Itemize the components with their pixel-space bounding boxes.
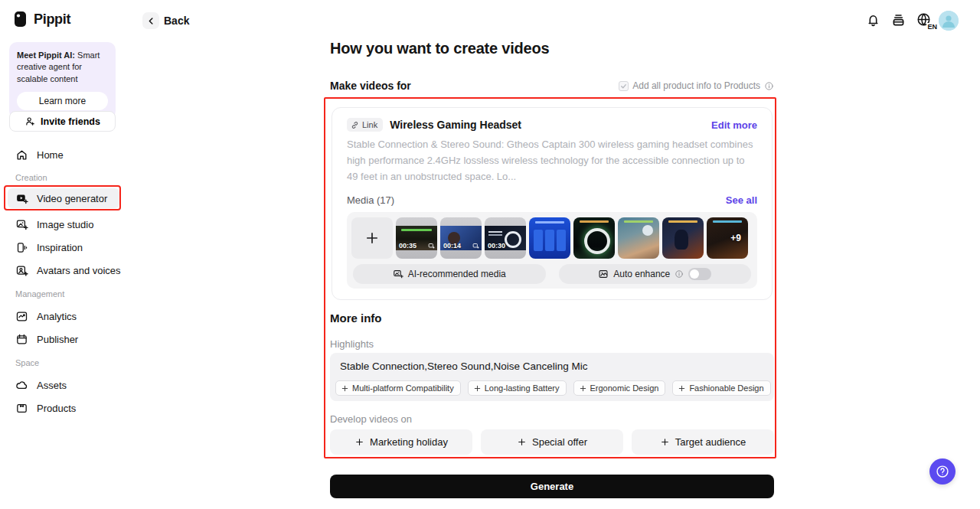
video-duration: 00:14 bbox=[443, 242, 461, 250]
bell-icon bbox=[865, 12, 882, 28]
language-code: EN bbox=[926, 23, 937, 31]
sidebar-item-label: Products bbox=[37, 403, 76, 414]
sidebar-item-video-generator[interactable]: Video generator bbox=[8, 188, 119, 208]
print-orders-button[interactable] bbox=[890, 12, 907, 29]
cloud-icon bbox=[15, 379, 28, 392]
help-button[interactable] bbox=[929, 458, 956, 485]
highlight-tag-chip[interactable]: Fashionable Design bbox=[672, 380, 770, 396]
auto-enhance-toggle[interactable] bbox=[688, 268, 711, 280]
target-audience-button[interactable]: Target audience bbox=[632, 429, 774, 455]
sidebar-item-inspiration[interactable]: Inspiration bbox=[9, 237, 121, 257]
plus-icon bbox=[579, 384, 587, 393]
sidebar-item-avatars-and-voices[interactable]: Avatars and voices bbox=[9, 260, 121, 280]
plus-icon bbox=[678, 384, 686, 393]
learn-more-button[interactable]: Learn more bbox=[17, 92, 108, 110]
add-media-button[interactable] bbox=[351, 217, 393, 259]
marketing-holiday-button[interactable]: Marketing holiday bbox=[330, 429, 472, 455]
media-thumb-video-1[interactable]: 00:35 bbox=[396, 217, 437, 259]
analytics-icon bbox=[15, 310, 28, 323]
sidebar-item-assets[interactable]: Assets bbox=[9, 375, 121, 395]
promo-text-bold: Meet Pippit AI: bbox=[17, 51, 75, 60]
product-card: Link Wireless Gaming Headset Edit more S… bbox=[332, 107, 773, 300]
edit-more-link[interactable]: Edit more bbox=[711, 119, 757, 131]
language-button[interactable]: EN bbox=[916, 11, 936, 30]
media-thumb-video-2[interactable]: 00:14 bbox=[440, 217, 482, 259]
image-studio-icon bbox=[15, 218, 28, 231]
section-label-management: Management bbox=[15, 289, 64, 299]
avatar[interactable] bbox=[939, 11, 959, 31]
develop-videos-on-label: Develop videos on bbox=[330, 413, 412, 425]
promo-banner: Meet Pippit AI: Smart creative agent for… bbox=[9, 42, 116, 119]
add-all-product-info-checkbox-row[interactable]: Add all product info to Products bbox=[619, 80, 774, 91]
image-ai-icon bbox=[393, 269, 403, 279]
box-icon bbox=[15, 402, 28, 415]
sidebar-item-label: Image studio bbox=[37, 219, 93, 230]
tag-label: Fashionable Design bbox=[689, 383, 763, 393]
develop-option-label: Marketing holiday bbox=[370, 436, 448, 448]
plus-icon bbox=[341, 384, 349, 393]
product-description: Stable Connection & Stereo Sound: Gtheos… bbox=[347, 137, 757, 184]
highlights-label: Highlights bbox=[330, 338, 374, 350]
ai-edit-badge-icon bbox=[472, 243, 479, 250]
sidebar-item-analytics[interactable]: Analytics bbox=[9, 306, 121, 326]
sidebar-item-label: Assets bbox=[37, 380, 67, 391]
media-thumb-more[interactable]: +9 bbox=[707, 217, 748, 259]
brand-logo[interactable]: Pippit bbox=[14, 11, 70, 28]
generate-button[interactable]: Generate bbox=[330, 475, 774, 498]
highlight-tag-chip[interactable]: Ergonomic Design bbox=[573, 380, 666, 396]
sidebar-item-label: Avatars and voices bbox=[37, 265, 121, 276]
link-badge-label: Link bbox=[362, 120, 377, 129]
develop-option-label: Target audience bbox=[675, 436, 746, 448]
info-icon bbox=[675, 269, 684, 279]
media-thumb-image-3[interactable] bbox=[618, 217, 659, 259]
tag-label: Multi-platform Compatibility bbox=[352, 383, 454, 393]
sidebar-item-home[interactable]: Home bbox=[9, 145, 121, 165]
checkbox-checked[interactable] bbox=[619, 81, 629, 91]
sidebar-item-products[interactable]: Products bbox=[9, 398, 121, 418]
media-thumb-video-3[interactable]: 00:30 bbox=[485, 217, 526, 259]
ai-edit-badge-icon bbox=[428, 243, 435, 250]
media-thumb-image-2[interactable] bbox=[573, 217, 615, 259]
link-badge: Link bbox=[347, 118, 383, 132]
home-icon bbox=[15, 148, 28, 162]
video-duration: 00:30 bbox=[488, 242, 505, 250]
invite-friends-button[interactable]: Invite friends bbox=[9, 111, 116, 132]
media-thumb-image-4[interactable] bbox=[662, 217, 704, 259]
sidebar-item-label: Inspiration bbox=[37, 242, 83, 253]
media-thumb-image-1[interactable] bbox=[529, 217, 570, 259]
auto-enhance-label: Auto enhance bbox=[613, 269, 670, 279]
develop-option-label: Special offer bbox=[532, 436, 587, 448]
plus-icon bbox=[354, 437, 364, 447]
person-plus-icon bbox=[24, 116, 36, 127]
sidebar-item-label: Video generator bbox=[37, 193, 107, 204]
question-icon bbox=[935, 464, 950, 479]
auto-enhance-button[interactable]: Auto enhance bbox=[559, 264, 752, 284]
back-label: Back bbox=[164, 15, 189, 27]
sidebar-item-label: Analytics bbox=[37, 311, 77, 322]
ai-recommended-media-button[interactable]: AI-recommended media bbox=[353, 264, 546, 284]
highlight-tag-chip[interactable]: Multi-platform Compatibility bbox=[335, 380, 461, 396]
printer-icon bbox=[890, 12, 907, 28]
ai-recommended-media-label: AI-recommended media bbox=[408, 269, 506, 279]
publisher-icon bbox=[15, 333, 28, 346]
sidebar: Pippit Meet Pippit AI: Smart creative ag… bbox=[0, 0, 129, 509]
sidebar-item-image-studio[interactable]: Image studio bbox=[9, 214, 121, 234]
invite-friends-label: Invite friends bbox=[41, 116, 100, 127]
highlight-tag-chip[interactable]: Long-lasting Battery bbox=[468, 380, 567, 396]
promo-text: Meet Pippit AI: Smart creative agent for… bbox=[17, 50, 108, 85]
tag-label: Ergonomic Design bbox=[590, 383, 659, 393]
sidebar-item-label: Home bbox=[37, 149, 64, 161]
info-icon[interactable] bbox=[764, 81, 774, 91]
sidebar-item-publisher[interactable]: Publisher bbox=[9, 329, 121, 349]
checkbox-label: Add all product info to Products bbox=[632, 80, 760, 91]
highlights-panel[interactable]: Stable Connection,Stereo Sound,Noise Can… bbox=[330, 353, 774, 401]
highlights-value: Stable Connection,Stereo Sound,Noise Can… bbox=[340, 361, 764, 372]
plus-icon bbox=[473, 384, 482, 393]
special-offer-button[interactable]: Special offer bbox=[481, 429, 623, 455]
video-duration: 00:35 bbox=[399, 242, 416, 250]
back-button[interactable] bbox=[142, 12, 159, 29]
see-all-link[interactable]: See all bbox=[726, 194, 757, 206]
notifications-button[interactable] bbox=[865, 12, 882, 29]
make-videos-for-label: Make videos for bbox=[330, 80, 411, 92]
chevron-left-icon bbox=[146, 16, 156, 26]
